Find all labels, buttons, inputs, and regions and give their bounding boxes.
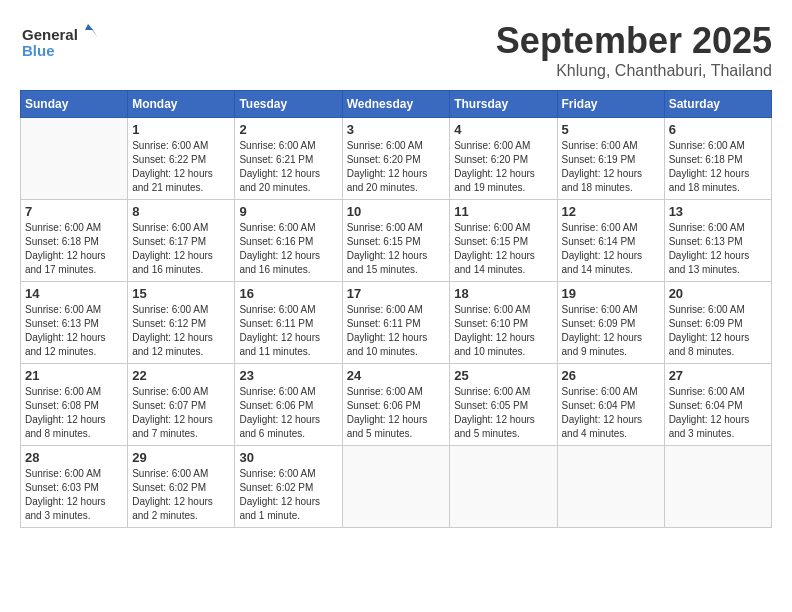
day-number: 12 <box>562 204 660 219</box>
day-number: 16 <box>239 286 337 301</box>
day-info: Sunrise: 6:00 AM Sunset: 6:04 PM Dayligh… <box>669 385 767 441</box>
day-number: 17 <box>347 286 446 301</box>
day-info: Sunrise: 6:00 AM Sunset: 6:07 PM Dayligh… <box>132 385 230 441</box>
day-info: Sunrise: 6:00 AM Sunset: 6:11 PM Dayligh… <box>347 303 446 359</box>
calendar-week-row: 28Sunrise: 6:00 AM Sunset: 6:03 PM Dayli… <box>21 446 772 528</box>
day-info: Sunrise: 6:00 AM Sunset: 6:13 PM Dayligh… <box>669 221 767 277</box>
day-info: Sunrise: 6:00 AM Sunset: 6:15 PM Dayligh… <box>347 221 446 277</box>
calendar-cell: 27Sunrise: 6:00 AM Sunset: 6:04 PM Dayli… <box>664 364 771 446</box>
calendar-cell: 4Sunrise: 6:00 AM Sunset: 6:20 PM Daylig… <box>450 118 557 200</box>
day-number: 3 <box>347 122 446 137</box>
day-number: 24 <box>347 368 446 383</box>
day-info: Sunrise: 6:00 AM Sunset: 6:04 PM Dayligh… <box>562 385 660 441</box>
day-info: Sunrise: 6:00 AM Sunset: 6:15 PM Dayligh… <box>454 221 552 277</box>
weekday-header: Tuesday <box>235 91 342 118</box>
svg-text:Blue: Blue <box>22 42 55 59</box>
calendar-cell: 5Sunrise: 6:00 AM Sunset: 6:19 PM Daylig… <box>557 118 664 200</box>
day-info: Sunrise: 6:00 AM Sunset: 6:22 PM Dayligh… <box>132 139 230 195</box>
calendar-cell: 9Sunrise: 6:00 AM Sunset: 6:16 PM Daylig… <box>235 200 342 282</box>
day-info: Sunrise: 6:00 AM Sunset: 6:02 PM Dayligh… <box>239 467 337 523</box>
calendar-week-row: 21Sunrise: 6:00 AM Sunset: 6:08 PM Dayli… <box>21 364 772 446</box>
day-info: Sunrise: 6:00 AM Sunset: 6:20 PM Dayligh… <box>347 139 446 195</box>
day-number: 30 <box>239 450 337 465</box>
calendar-cell: 3Sunrise: 6:00 AM Sunset: 6:20 PM Daylig… <box>342 118 450 200</box>
calendar-cell: 15Sunrise: 6:00 AM Sunset: 6:12 PM Dayli… <box>128 282 235 364</box>
calendar-cell: 13Sunrise: 6:00 AM Sunset: 6:13 PM Dayli… <box>664 200 771 282</box>
day-info: Sunrise: 6:00 AM Sunset: 6:08 PM Dayligh… <box>25 385 123 441</box>
calendar-cell <box>342 446 450 528</box>
weekday-header: Thursday <box>450 91 557 118</box>
day-number: 21 <box>25 368 123 383</box>
calendar-cell: 21Sunrise: 6:00 AM Sunset: 6:08 PM Dayli… <box>21 364 128 446</box>
day-number: 10 <box>347 204 446 219</box>
day-info: Sunrise: 6:00 AM Sunset: 6:11 PM Dayligh… <box>239 303 337 359</box>
day-info: Sunrise: 6:00 AM Sunset: 6:16 PM Dayligh… <box>239 221 337 277</box>
day-number: 25 <box>454 368 552 383</box>
day-number: 14 <box>25 286 123 301</box>
calendar-cell: 28Sunrise: 6:00 AM Sunset: 6:03 PM Dayli… <box>21 446 128 528</box>
svg-text:General: General <box>22 26 78 43</box>
day-info: Sunrise: 6:00 AM Sunset: 6:18 PM Dayligh… <box>669 139 767 195</box>
calendar-cell: 14Sunrise: 6:00 AM Sunset: 6:13 PM Dayli… <box>21 282 128 364</box>
calendar-cell: 10Sunrise: 6:00 AM Sunset: 6:15 PM Dayli… <box>342 200 450 282</box>
day-number: 26 <box>562 368 660 383</box>
day-number: 1 <box>132 122 230 137</box>
day-info: Sunrise: 6:00 AM Sunset: 6:05 PM Dayligh… <box>454 385 552 441</box>
day-info: Sunrise: 6:00 AM Sunset: 6:18 PM Dayligh… <box>25 221 123 277</box>
weekday-header: Sunday <box>21 91 128 118</box>
calendar-cell: 6Sunrise: 6:00 AM Sunset: 6:18 PM Daylig… <box>664 118 771 200</box>
logo: General Blue <box>20 20 100 70</box>
calendar-cell <box>21 118 128 200</box>
logo-svg: General Blue <box>20 20 100 70</box>
calendar-cell <box>664 446 771 528</box>
day-number: 5 <box>562 122 660 137</box>
calendar-cell <box>557 446 664 528</box>
calendar-cell <box>450 446 557 528</box>
svg-marker-3 <box>85 24 93 30</box>
weekday-header: Wednesday <box>342 91 450 118</box>
calendar-cell: 24Sunrise: 6:00 AM Sunset: 6:06 PM Dayli… <box>342 364 450 446</box>
day-number: 29 <box>132 450 230 465</box>
calendar-week-row: 14Sunrise: 6:00 AM Sunset: 6:13 PM Dayli… <box>21 282 772 364</box>
calendar-cell: 23Sunrise: 6:00 AM Sunset: 6:06 PM Dayli… <box>235 364 342 446</box>
day-info: Sunrise: 6:00 AM Sunset: 6:02 PM Dayligh… <box>132 467 230 523</box>
month-title: September 2025 <box>496 20 772 62</box>
day-info: Sunrise: 6:00 AM Sunset: 6:17 PM Dayligh… <box>132 221 230 277</box>
day-number: 6 <box>669 122 767 137</box>
day-number: 28 <box>25 450 123 465</box>
calendar-cell: 16Sunrise: 6:00 AM Sunset: 6:11 PM Dayli… <box>235 282 342 364</box>
day-number: 22 <box>132 368 230 383</box>
day-info: Sunrise: 6:00 AM Sunset: 6:06 PM Dayligh… <box>239 385 337 441</box>
calendar-cell: 19Sunrise: 6:00 AM Sunset: 6:09 PM Dayli… <box>557 282 664 364</box>
calendar-cell: 12Sunrise: 6:00 AM Sunset: 6:14 PM Dayli… <box>557 200 664 282</box>
day-number: 9 <box>239 204 337 219</box>
day-number: 4 <box>454 122 552 137</box>
day-info: Sunrise: 6:00 AM Sunset: 6:20 PM Dayligh… <box>454 139 552 195</box>
calendar-cell: 30Sunrise: 6:00 AM Sunset: 6:02 PM Dayli… <box>235 446 342 528</box>
calendar-cell: 20Sunrise: 6:00 AM Sunset: 6:09 PM Dayli… <box>664 282 771 364</box>
day-info: Sunrise: 6:00 AM Sunset: 6:21 PM Dayligh… <box>239 139 337 195</box>
day-number: 19 <box>562 286 660 301</box>
day-info: Sunrise: 6:00 AM Sunset: 6:03 PM Dayligh… <box>25 467 123 523</box>
day-number: 23 <box>239 368 337 383</box>
weekday-header: Friday <box>557 91 664 118</box>
calendar-cell: 17Sunrise: 6:00 AM Sunset: 6:11 PM Dayli… <box>342 282 450 364</box>
calendar-cell: 22Sunrise: 6:00 AM Sunset: 6:07 PM Dayli… <box>128 364 235 446</box>
calendar-cell: 11Sunrise: 6:00 AM Sunset: 6:15 PM Dayli… <box>450 200 557 282</box>
calendar-header-row: SundayMondayTuesdayWednesdayThursdayFrid… <box>21 91 772 118</box>
calendar-cell: 7Sunrise: 6:00 AM Sunset: 6:18 PM Daylig… <box>21 200 128 282</box>
header: General Blue September 2025 Khlung, Chan… <box>20 20 772 80</box>
calendar-cell: 2Sunrise: 6:00 AM Sunset: 6:21 PM Daylig… <box>235 118 342 200</box>
day-number: 20 <box>669 286 767 301</box>
day-number: 18 <box>454 286 552 301</box>
day-info: Sunrise: 6:00 AM Sunset: 6:10 PM Dayligh… <box>454 303 552 359</box>
day-number: 13 <box>669 204 767 219</box>
day-info: Sunrise: 6:00 AM Sunset: 6:19 PM Dayligh… <box>562 139 660 195</box>
calendar-cell: 1Sunrise: 6:00 AM Sunset: 6:22 PM Daylig… <box>128 118 235 200</box>
day-info: Sunrise: 6:00 AM Sunset: 6:13 PM Dayligh… <box>25 303 123 359</box>
day-number: 11 <box>454 204 552 219</box>
calendar-cell: 29Sunrise: 6:00 AM Sunset: 6:02 PM Dayli… <box>128 446 235 528</box>
day-info: Sunrise: 6:00 AM Sunset: 6:09 PM Dayligh… <box>562 303 660 359</box>
day-info: Sunrise: 6:00 AM Sunset: 6:06 PM Dayligh… <box>347 385 446 441</box>
day-number: 27 <box>669 368 767 383</box>
